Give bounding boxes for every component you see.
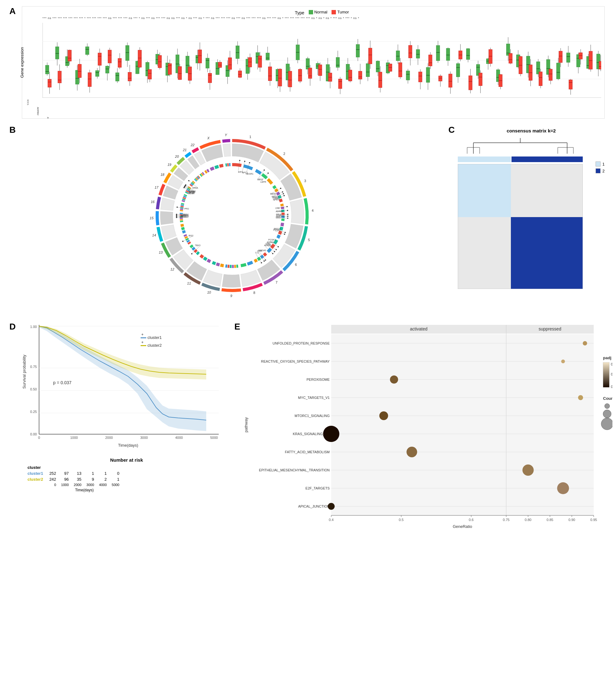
cluster-colorbar: [458, 157, 583, 163]
circos-svg: NPC1LEPRTHRBADRB2ARL6ADIPOQBBS7BBS10PCSK…: [145, 128, 320, 303]
svg-text:20: 20: [175, 154, 179, 158]
svg-rect-227: [406, 71, 410, 80]
svg-rect-209: [376, 61, 380, 72]
panel-a: A Type Normal Tumor *** ns *** *** *** *…: [9, 6, 605, 119]
svg-text:ABCC1: ABCC1: [27, 100, 29, 105]
svg-rect-62: [128, 72, 132, 81]
risk-x-t5000: 5000: [109, 482, 122, 487]
svg-rect-188: [339, 79, 342, 88]
panel-c-label: C: [449, 125, 455, 135]
risk-t5000-header: [109, 464, 122, 471]
svg-rect-317: [556, 63, 560, 79]
panel-de-row: D Survival probability Time(days) 0.00 0…: [9, 322, 605, 542]
km-plot-svg: Survival probability Time(days) 0.00 0.2…: [22, 322, 225, 453]
legend-cluster1-color: [595, 162, 601, 166]
svg-rect-338: [589, 51, 592, 69]
svg-text:2000: 2000: [105, 436, 113, 439]
legend-cluster2-label: 2: [602, 169, 605, 173]
svg-text:BBS17: BBS17: [271, 196, 279, 198]
svg-rect-212: [378, 72, 382, 87]
svg-text:0.15: 0.15: [611, 362, 612, 366]
risk-cluster2-label: cluster2: [25, 476, 47, 482]
svg-text:Y: Y: [225, 133, 227, 137]
risk-table-data: cluster cluster1 252: [25, 464, 122, 493]
svg-rect-290: [509, 53, 512, 63]
svg-text:0.10: 0.10: [611, 372, 612, 376]
svg-rect-239: [426, 67, 430, 82]
svg-text:0.00: 0.00: [30, 432, 37, 436]
svg-rect-68: [138, 50, 142, 67]
risk-c2-t1000: 96: [59, 476, 71, 482]
dot-myc-suppressed: [578, 395, 583, 400]
svg-rect-176: [318, 65, 322, 76]
svg-text:0.90: 0.90: [568, 518, 575, 522]
svg-rect-308: [539, 72, 542, 86]
svg-text:10: 10: [207, 290, 211, 294]
legend-normal-label: Normal: [314, 10, 328, 14]
risk-x-axis-blank: [25, 487, 47, 493]
dot-mtorc1-activated: [379, 411, 388, 420]
svg-text:X: X: [207, 136, 210, 140]
svg-text:EIF4: EIF4: [238, 171, 243, 173]
svg-rect-140: [258, 55, 261, 67]
svg-text:0.75: 0.75: [30, 365, 37, 368]
svg-text:0.80: 0.80: [525, 518, 531, 522]
legend-tumor-color: [332, 10, 336, 14]
svg-rect-143: [266, 53, 269, 60]
svg-rect-254: [449, 74, 452, 87]
svg-text:ADRB2: ADRB2: [275, 210, 283, 212]
risk-c2-t5000: 1: [109, 476, 122, 482]
consensus-matrix-area: [458, 137, 591, 290]
svg-rect-245: [436, 45, 440, 61]
panel-d: D Survival probability Time(days) 0.00 0…: [9, 322, 228, 493]
svg-rect-86: [168, 63, 172, 74]
svg-rect-41: [96, 70, 99, 76]
dot-peroxisome-activated: [390, 375, 398, 384]
svg-text:11: 11: [187, 282, 191, 285]
dot-e2f-suppressed: [557, 482, 569, 494]
svg-rect-38: [88, 73, 91, 87]
svg-rect-35: [86, 47, 89, 54]
panel-b-label: B: [9, 125, 16, 135]
svg-text:4: 4: [311, 209, 314, 212]
dot-fatty-acid-activated: [406, 447, 417, 457]
svg-text:HR6A: HR6A: [192, 187, 198, 189]
risk-c1-t4000: 1: [97, 471, 109, 476]
svg-text:0.05: 0.05: [611, 385, 612, 389]
risk-c1-t5000: 0: [109, 471, 122, 476]
svg-text:BBS4: BBS4: [183, 213, 188, 215]
svg-text:cluster2: cluster2: [147, 343, 162, 348]
svg-text:BBS2: BBS2: [257, 178, 263, 180]
svg-rect-257: [456, 63, 459, 77]
svg-rect-146: [268, 66, 272, 80]
svg-rect-17: [55, 47, 59, 59]
panel-bc-row: B NPC1LEPRTHRBADRB2ARL6ADIPOQBBS7BBS10PC…: [9, 125, 605, 312]
svg-point-500: [280, 188, 281, 189]
svg-text:0.50: 0.50: [30, 387, 37, 391]
x-axis-gene-labels: ABCC1ADRB2ADRB3AIF1ALS2BBS3BBS3 2BBS4BBS…: [22, 100, 604, 118]
panel-b: B NPC1LEPRTHRBADRB2ARL6ADIPOQBBS7BBS10PC…: [9, 125, 442, 312]
svg-text:EPITHELIAL_MESENCHYMAL_TRANSIT: EPITHELIAL_MESENCHYMAL_TRANSITION: [259, 468, 330, 472]
svg-rect-167: [306, 59, 309, 69]
svg-text:activated: activated: [410, 326, 428, 332]
svg-text:17: 17: [155, 186, 158, 189]
dendrogram-svg: [458, 137, 583, 155]
risk-c1-t0: 252: [47, 471, 59, 476]
svg-text:0.5: 0.5: [399, 518, 403, 522]
svg-text:0: 0: [38, 436, 40, 439]
panel-a-label: A: [9, 6, 16, 16]
svg-text:APICAL_JUNCTION: APICAL_JUNCTION: [298, 504, 330, 508]
svg-rect-170: [308, 68, 312, 78]
svg-text:FTO: FTO: [184, 208, 189, 210]
risk-c1-t1000: 97: [59, 471, 71, 476]
svg-text:1: 1: [249, 135, 251, 139]
svg-text:Time(days): Time(days): [118, 443, 138, 448]
svg-text:9: 9: [230, 294, 232, 298]
svg-rect-197: [356, 45, 360, 57]
dot-kras-activated: [323, 426, 339, 442]
risk-t2000-header: [71, 464, 84, 471]
risk-row-cluster1: cluster1 252 97 13 1 1 0: [25, 471, 122, 476]
svg-rect-44: [98, 53, 101, 65]
risk-x-t2000: 2000: [71, 482, 84, 487]
panel-a-title: Type: [295, 10, 304, 15]
